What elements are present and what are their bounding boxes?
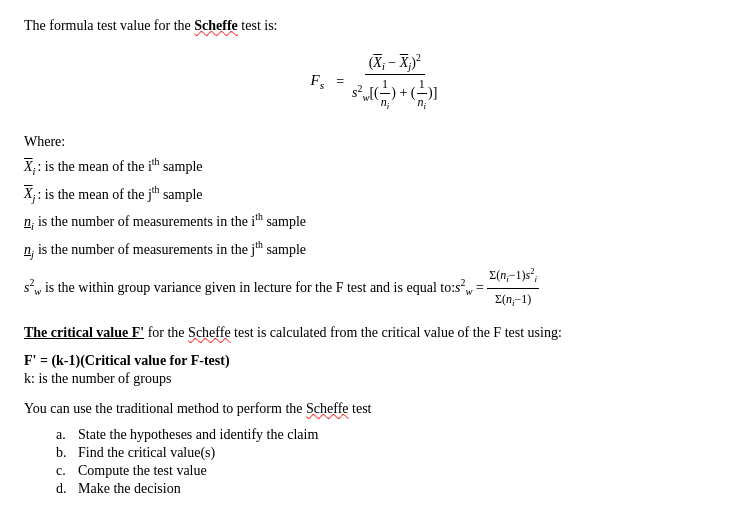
sw-fraction: Σ(ni−1)s2iΣ(ni−1) — [487, 265, 539, 312]
step-b-text: Find the critical value(s) — [78, 445, 215, 461]
formula-fraction: (Xi − Xj)2 s2w[(1ni) + (1ni)] — [348, 52, 441, 112]
step-d: d. Make the decision — [56, 481, 728, 497]
sym-xi: Xi — [24, 156, 35, 180]
step-d-text: Make the decision — [78, 481, 181, 497]
critical-text: The critical value F' for the Scheffe te… — [24, 325, 728, 341]
steps-list: a. State the hypotheses and identify the… — [56, 427, 728, 497]
formula-numerator: (Xi − Xj)2 — [365, 52, 425, 75]
def-ni-text: is the number of measurements in the ith… — [38, 209, 306, 232]
where-section: Where: Xi : is the mean of the ith sampl… — [24, 134, 728, 312]
step-a: a. State the hypotheses and identify the… — [56, 427, 728, 443]
scheffe-word-1: Scheffe — [194, 18, 238, 33]
frac-1-nj: 1ni — [416, 77, 429, 111]
formula-lhs: Fs — [311, 72, 325, 91]
def-xi: Xi : is the mean of the ith sample — [24, 154, 728, 180]
traditional-line: You can use the traditional method to pe… — [24, 401, 728, 417]
def-sw: s2w is the within group variance given i… — [24, 265, 728, 312]
step-a-label: a. — [56, 427, 78, 443]
def-xj-text: : is the mean of the jth sample — [37, 182, 202, 205]
def-nj-text: is the number of measurements in the jth… — [38, 237, 306, 260]
sym-xj: Xj — [24, 183, 35, 207]
def-nj: nj is the number of measurements in the … — [24, 237, 728, 263]
critical-rest: for the Scheffe test is calculated from … — [148, 325, 562, 340]
critical-bold-text: The critical value F' — [24, 325, 144, 340]
sym-ni: ni — [24, 211, 34, 235]
scheffe-word-3: Scheffe — [306, 401, 349, 416]
sw-text: s2w is the within group variance given i… — [24, 265, 539, 312]
intro-line: The formula test value for the Scheffe t… — [24, 18, 728, 34]
formula-display: Fs = (Xi − Xj)2 s2w[(1ni) + (1ni)] — [24, 52, 728, 112]
step-d-label: d. — [56, 481, 78, 497]
frac-1-ni: 1ni — [379, 77, 392, 111]
sym-nj: nj — [24, 239, 34, 263]
step-c-label: c. — [56, 463, 78, 479]
k-groups-line: k: is the number of groups — [24, 371, 728, 387]
step-c: c. Compute the test value — [56, 463, 728, 479]
step-b: b. Find the critical value(s) — [56, 445, 728, 461]
def-xi-text: : is the mean of the ith sample — [37, 154, 202, 177]
critical-section: The critical value F' for the Scheffe te… — [24, 325, 728, 341]
fprime-section: F' = (k-1)(Critical value for F-test) k:… — [24, 353, 728, 387]
step-a-text: State the hypotheses and identify the cl… — [78, 427, 318, 443]
equals-sign: = — [336, 74, 344, 90]
step-c-text: Compute the test value — [78, 463, 207, 479]
scheffe-word-2: Scheffe — [188, 325, 231, 340]
def-xj: Xj : is the mean of the jth sample — [24, 182, 728, 208]
where-title: Where: — [24, 134, 728, 150]
def-ni: ni is the number of measurements in the … — [24, 209, 728, 235]
fprime-formula: F' = (k-1)(Critical value for F-test) — [24, 353, 728, 369]
step-b-label: b. — [56, 445, 78, 461]
formula-denominator: s2w[(1ni) + (1ni)] — [348, 75, 441, 111]
